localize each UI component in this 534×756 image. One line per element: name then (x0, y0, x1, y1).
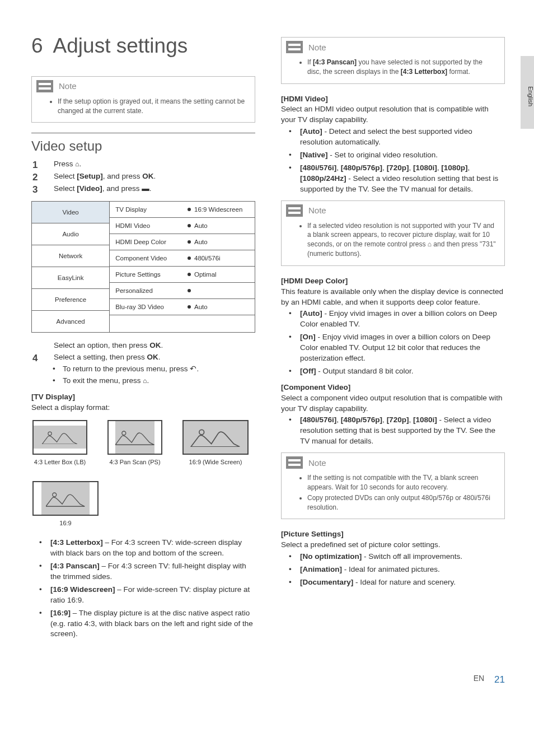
list-item: [Documentary] - Ideal for nature and sce… (281, 577, 505, 588)
note-box-4: Note If the setting is not compatible wi… (281, 452, 505, 519)
hdmi-video-list: [Auto] - Detect and select the best supp… (281, 127, 505, 194)
list-item: [480i/576i], [480p/576p], [720p], [1080i… (281, 163, 505, 195)
svg-point-3 (53, 493, 57, 497)
menu-options: TV Display16:9 Widescreen HDMI VideoAuto… (110, 202, 255, 333)
list-item: [Animation] - Ideal for animated picture… (281, 564, 505, 575)
picture-settings-heading: [Picture Settings] (281, 529, 505, 540)
page-footer: EN 21 (31, 673, 505, 687)
page-content: 6Adjust settings Note If the setup optio… (0, 0, 534, 709)
thumb-169: 16:9 (32, 481, 99, 528)
menu-item: Network (32, 245, 109, 267)
step-3: Select [Video], and press ▬. (31, 184, 255, 194)
note-text: If [4:3 Panscan] you have selected is no… (307, 58, 498, 77)
substep: To return to the previous menu, press ↶. (31, 364, 255, 375)
right-column: Note If [4:3 Panscan] you have selected … (281, 31, 505, 645)
hdmi-deep-text: This feature is available only when the … (281, 287, 505, 308)
list-item: [Off] - Output standard 8 bit color. (281, 366, 505, 377)
post-step-text: Select an option, then press OK. (31, 340, 255, 351)
menu-item: Preference (32, 288, 109, 310)
video-setup-heading: Video setup (31, 137, 255, 156)
picture-settings-text: Select a predefined set of picture color… (281, 540, 505, 550)
thumb-letterbox: 4:3 Letter Box (LB) (32, 420, 87, 466)
thumb-widescreen: 16:9 (Wide Screen) (182, 420, 249, 466)
svg-point-1 (122, 431, 126, 435)
step-4: Select a setting, then press OK. To retu… (31, 352, 255, 386)
list-item: [Auto] - Detect and select the best supp… (281, 127, 505, 148)
note-icon (286, 204, 303, 217)
hdmi-deep-heading: [HDMI Deep Color] (281, 276, 505, 287)
hdmi-video-text: Select an HDMI video output resolution t… (281, 104, 505, 125)
list-item: [480i/576i], [480p/576p], [720p], [1080i… (281, 415, 505, 447)
home-icon: ⌂ (428, 240, 432, 248)
footer-language: EN (474, 673, 484, 687)
note-box-1: Note If the setup option is grayed out, … (31, 76, 255, 123)
home-icon: ⌂ (75, 160, 79, 168)
note-icon (286, 456, 303, 469)
left-column: 6Adjust settings Note If the setup optio… (31, 31, 255, 645)
note-label: Note (59, 80, 77, 92)
display-format-thumbnails: 4:3 Letter Box (LB) 4:3 Pan Scan (PS) 16… (32, 420, 255, 528)
picture-settings-list: [No optimization] - Switch off all impro… (281, 552, 505, 588)
component-video-heading: [Component Video] (281, 382, 505, 393)
note-text: If the setup option is grayed out, it me… (58, 97, 248, 116)
footer-page-number: 21 (494, 673, 505, 687)
thumb-panscan: 4:3 Pan Scan (PS) (107, 420, 162, 466)
component-video-list: [480i/576i], [480p/576p], [720p], [1080i… (281, 415, 505, 447)
substep: To exit the menu, press ⌂. (31, 376, 255, 386)
note-label: Note (308, 41, 326, 53)
note-box-3: Note If a selected video resolution is n… (281, 200, 505, 266)
list-item: [No optimization] - Switch off all impro… (281, 552, 505, 562)
list-item: [4:3 Letterbox] – For 4:3 screen TV: wid… (31, 538, 255, 559)
list-item: [On] - Enjoy vivid images in over a bill… (281, 332, 505, 364)
step-2: Select [Setup], and press OK. (31, 171, 255, 182)
tv-display-heading: [TV Display] (31, 392, 255, 403)
note-icon (36, 80, 53, 92)
list-item: [Auto] - Enjoy vivid images in over a bi… (281, 309, 505, 330)
chapter-title: Adjust settings (53, 34, 188, 57)
setup-steps-cont: Select a setting, then press OK. To retu… (31, 352, 255, 386)
list-item: [16:9] – The display picture is at the d… (31, 608, 255, 640)
note-text: If the setting is not compatible with th… (307, 473, 498, 492)
divider (31, 133, 255, 133)
step-1: Press ⌂. (31, 159, 255, 170)
note-label: Note (308, 457, 326, 469)
chapter-number: 6 (31, 34, 43, 57)
menu-item: Advanced (32, 310, 109, 332)
note-icon (286, 41, 303, 53)
list-item: [16:9 Widescreen] – For wide-screen TV: … (31, 585, 255, 606)
svg-point-2 (199, 430, 204, 435)
hdmi-deep-list: [Auto] - Enjoy vivid images in over a bi… (281, 309, 505, 376)
note-box-2: Note If [4:3 Panscan] you have selected … (281, 37, 505, 84)
component-video-text: Select a component video output resoluti… (281, 393, 505, 414)
note-text: Copy protected DVDs can only output 480p… (307, 493, 498, 512)
tv-display-text: Select a display format: (31, 403, 255, 413)
hdmi-video-heading: [HDMI Video] (281, 94, 505, 105)
menu-item: Video (32, 202, 109, 223)
back-icon: ↶ (190, 365, 196, 373)
menu-item: EasyLink (32, 267, 109, 288)
right-icon: ▬ (142, 184, 149, 193)
list-item: [Native] - Set to original video resolut… (281, 150, 505, 161)
menu-item: Audio (32, 223, 109, 245)
svg-point-0 (48, 432, 51, 435)
setup-steps: Press ⌂. Select [Setup], and press OK. S… (31, 159, 255, 194)
note-text: If a selected video resolution is not su… (307, 221, 498, 259)
list-item: [4:3 Panscan] – For 4:3 screen TV: full-… (31, 561, 255, 582)
home-icon: ⌂ (143, 377, 147, 385)
display-format-list: [4:3 Letterbox] – For 4:3 screen TV: wid… (31, 538, 255, 640)
note-label: Note (308, 204, 326, 216)
menu-categories: Video Audio Network EasyLink Preference … (32, 202, 110, 333)
chapter-heading: 6Adjust settings (31, 31, 255, 60)
settings-menu: Video Audio Network EasyLink Preference … (31, 201, 255, 333)
